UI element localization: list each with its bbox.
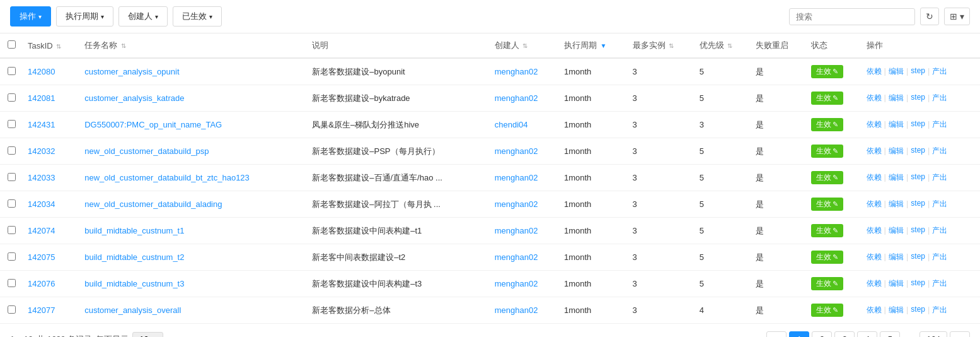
task-name-link[interactable]: new_old_customer_databuild_bt_ztc_hao123 — [84, 173, 250, 182]
action-depend-link[interactable]: 依赖 — [867, 66, 882, 77]
action-output-link[interactable]: 产出 — [932, 305, 947, 316]
row-checkbox-cell[interactable] — [0, 191, 23, 218]
prev-page-button[interactable]: < — [766, 331, 787, 337]
row-checkbox-cell[interactable] — [0, 138, 23, 165]
task-name-link[interactable]: customer_analysis_overall — [84, 305, 181, 315]
creator-link[interactable]: chendi04 — [495, 120, 528, 129]
row-checkbox-cell[interactable] — [0, 85, 23, 112]
row-checkbox[interactable] — [8, 279, 16, 287]
row-checkbox-cell[interactable] — [0, 218, 23, 244]
creator-link[interactable]: menghan02 — [495, 199, 538, 209]
action-depend-link[interactable]: 依赖 — [867, 278, 882, 289]
creator-link[interactable]: menghan02 — [495, 252, 538, 262]
action-depend-link[interactable]: 依赖 — [867, 305, 882, 316]
row-checkbox-cell[interactable] — [0, 165, 23, 191]
action-step-link[interactable]: step — [911, 66, 925, 77]
task-name-link[interactable]: build_midtable_custnum_t3 — [84, 279, 184, 288]
creator-link[interactable]: menghan02 — [495, 279, 538, 288]
action-depend-link[interactable]: 依赖 — [867, 225, 882, 236]
status-edit-icon[interactable]: ✎ — [833, 94, 838, 102]
action-depend-link[interactable]: 依赖 — [867, 199, 882, 210]
row-checkbox-cell[interactable] — [0, 271, 23, 297]
row-checkbox-cell[interactable] — [0, 244, 23, 271]
task-id-link[interactable]: 142076 — [28, 279, 55, 288]
creator-link[interactable]: menghan02 — [495, 93, 538, 103]
task-id-link[interactable]: 142077 — [28, 305, 55, 315]
action-edit-link[interactable]: 编辑 — [889, 172, 904, 183]
row-checkbox[interactable] — [8, 146, 16, 155]
action-depend-link[interactable]: 依赖 — [867, 119, 882, 130]
task-id-link[interactable]: 142431 — [28, 120, 55, 129]
action-edit-link[interactable]: 编辑 — [889, 199, 904, 210]
action-depend-link[interactable]: 依赖 — [867, 252, 882, 263]
refresh-button[interactable]: ↻ — [920, 8, 939, 25]
creator-link[interactable]: menghan02 — [495, 67, 538, 76]
action-depend-link[interactable]: 依赖 — [867, 172, 882, 183]
action-step-link[interactable]: step — [911, 119, 925, 130]
action-output-link[interactable]: 产出 — [932, 225, 947, 236]
action-depend-link[interactable]: 依赖 — [867, 146, 882, 157]
page-2-button[interactable]: 2 — [812, 331, 832, 337]
action-output-link[interactable]: 产出 — [932, 172, 947, 183]
status-edit-icon[interactable]: ✎ — [833, 121, 838, 129]
search-input[interactable] — [789, 8, 915, 25]
creator-link[interactable]: menghan02 — [495, 305, 538, 315]
action-step-link[interactable]: step — [911, 146, 925, 157]
col-max-instance[interactable]: 最多实例 ⇅ — [628, 33, 695, 58]
action-edit-link[interactable]: 编辑 — [889, 66, 904, 77]
next-page-button[interactable]: > — [950, 331, 970, 337]
row-checkbox-cell[interactable] — [0, 58, 23, 85]
action-edit-link[interactable]: 编辑 — [889, 93, 904, 103]
action-step-link[interactable]: step — [911, 252, 925, 263]
action-edit-link[interactable]: 编辑 — [889, 252, 904, 263]
row-checkbox[interactable] — [8, 67, 16, 75]
creator-button[interactable]: 创建人 ▾ — [118, 6, 168, 27]
action-step-link[interactable]: step — [911, 225, 925, 236]
status-edit-icon[interactable]: ✎ — [833, 227, 838, 235]
action-step-link[interactable]: step — [911, 172, 925, 183]
page-4-button[interactable]: 4 — [857, 331, 877, 337]
action-edit-link[interactable]: 编辑 — [889, 305, 904, 316]
row-checkbox[interactable] — [8, 226, 16, 234]
row-checkbox[interactable] — [8, 173, 16, 181]
action-edit-link[interactable]: 编辑 — [889, 225, 904, 236]
row-checkbox[interactable] — [8, 252, 16, 261]
action-edit-link[interactable]: 编辑 — [889, 119, 904, 130]
action-output-link[interactable]: 产出 — [932, 252, 947, 263]
col-taskid[interactable]: TaskID ⇅ — [23, 33, 79, 58]
action-step-link[interactable]: step — [911, 199, 925, 210]
action-step-link[interactable]: step — [911, 305, 925, 316]
creator-link[interactable]: menghan02 — [495, 146, 538, 156]
page-5-button[interactable]: 5 — [880, 331, 900, 337]
row-checkbox[interactable] — [8, 120, 16, 128]
status-edit-icon[interactable]: ✎ — [833, 200, 838, 208]
status-edit-icon[interactable]: ✎ — [833, 147, 838, 155]
action-output-link[interactable]: 产出 — [932, 119, 947, 130]
page-3-button[interactable]: 3 — [834, 331, 855, 337]
row-checkbox-cell[interactable] — [0, 297, 23, 324]
action-output-link[interactable]: 产出 — [932, 199, 947, 210]
task-name-link[interactable]: build_midtable_custnum_t2 — [84, 252, 184, 262]
task-name-link[interactable]: DG550007:PMC_op_unit_name_TAG — [84, 120, 222, 129]
col-priority[interactable]: 优先级 ⇅ — [695, 33, 751, 58]
task-id-link[interactable]: 142033 — [28, 173, 55, 182]
status-edit-icon[interactable]: ✎ — [833, 280, 838, 288]
select-all-checkbox[interactable] — [8, 40, 16, 49]
action-edit-link[interactable]: 编辑 — [889, 146, 904, 157]
page-1-button[interactable]: 1 — [789, 331, 809, 337]
action-output-link[interactable]: 产出 — [932, 146, 947, 157]
task-id-link[interactable]: 142080 — [28, 67, 55, 76]
task-name-link[interactable]: new_old_customer_databuild_psp — [84, 146, 209, 156]
col-taskname[interactable]: 任务名称 ⇅ — [79, 33, 307, 58]
row-checkbox[interactable] — [8, 199, 16, 208]
col-creator[interactable]: 创建人 ⇅ — [490, 33, 559, 58]
status-edit-icon[interactable]: ✎ — [833, 253, 838, 261]
page-last-button[interactable]: 164 — [919, 331, 947, 337]
action-output-link[interactable]: 产出 — [932, 66, 947, 77]
status-edit-icon[interactable]: ✎ — [833, 68, 838, 76]
page-size-select[interactable]: 10 20 50 — [132, 332, 163, 337]
select-all-header[interactable] — [0, 33, 23, 58]
task-id-link[interactable]: 142074 — [28, 226, 55, 235]
creator-link[interactable]: menghan02 — [495, 226, 538, 235]
action-depend-link[interactable]: 依赖 — [867, 93, 882, 103]
